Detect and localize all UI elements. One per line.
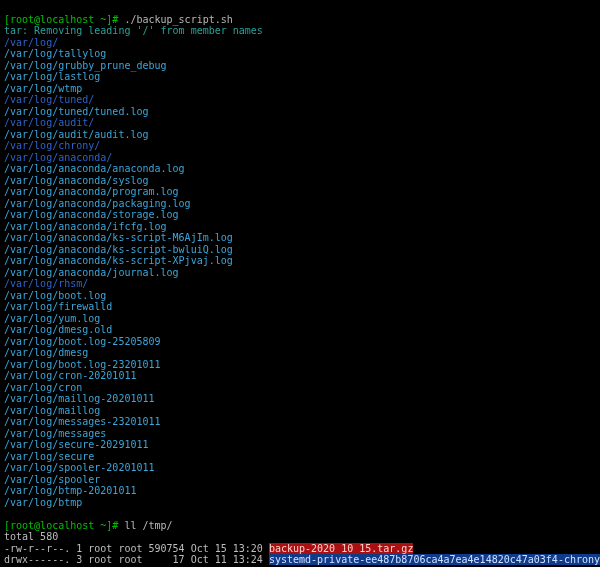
- command-text: ll /tmp/: [118, 520, 172, 531]
- tar-path: /var/log/audit/: [4, 117, 94, 128]
- tar-path: /var/log/tuned/tuned.log: [4, 106, 149, 117]
- tar-path: /var/log/yum.log: [4, 313, 100, 324]
- tar-path: /var/log/dmesg: [4, 347, 88, 358]
- tar-path: /var/log/boot.log-25205809: [4, 336, 161, 347]
- tar-path: /var/log/cron-20201011: [4, 370, 136, 381]
- terminal-output: [root@localhost ~]# ./backup_script.sh t…: [0, 0, 600, 567]
- ls-total-line: total 580: [4, 531, 58, 542]
- ls-filename: backup-2020_10_15.tar.gz: [269, 543, 414, 554]
- tar-path: /var/log/anaconda/ks-script-bwluiQ.log: [4, 244, 233, 255]
- tar-path: /var/log/wtmp: [4, 83, 82, 94]
- tar-path: /var/log/anaconda/packaging.log: [4, 198, 191, 209]
- ls-perm-col: -rw-r--r--. 1 root root 590754 Oct 15 13…: [4, 543, 269, 554]
- tar-path: /var/log/secure-20291011: [4, 439, 149, 450]
- command-text: ./backup_script.sh: [118, 14, 232, 25]
- tar-path: /var/log/anaconda/journal.log: [4, 267, 179, 278]
- tar-path: /var/log/spooler: [4, 474, 100, 485]
- tar-path: /var/log/grubby_prune_debug: [4, 60, 167, 71]
- tar-path: /var/log/spooler-20201011: [4, 462, 155, 473]
- tar-path: /var/log/messages: [4, 428, 106, 439]
- tar-path: /var/log/anaconda/ks-script-XPjvaj.log: [4, 255, 233, 266]
- tar-path: /var/log/lastlog: [4, 71, 100, 82]
- tar-path: /var/log/chrony/: [4, 140, 100, 151]
- tar-path: /var/log/anaconda/: [4, 152, 112, 163]
- tar-path: /var/log/secure: [4, 451, 94, 462]
- tar-path: /var/log/anaconda/ifcfg.log: [4, 221, 167, 232]
- tar-path: /var/log/anaconda/ks-script-M6AjIm.log: [4, 232, 233, 243]
- tar-path: /var/log/anaconda/program.log: [4, 186, 179, 197]
- tar-path: /var/log/anaconda/anaconda.log: [4, 163, 185, 174]
- tar-path: /var/log/maillog-20201011: [4, 393, 155, 404]
- tar-path: /var/log/boot.log-23201011: [4, 359, 161, 370]
- tar-path: /var/log/anaconda/storage.log: [4, 209, 179, 220]
- tar-path: /var/log/tuned/: [4, 94, 94, 105]
- tar-path: /var/log/: [4, 37, 58, 48]
- tar-path: /var/log/anaconda/syslog: [4, 175, 149, 186]
- tar-warning: tar: Removing leading '/' from member na…: [4, 25, 263, 36]
- tar-path: /var/log/firewalld: [4, 301, 112, 312]
- ls-dirname: systemd-private-ee487b8706ca4a7ea4e14820…: [269, 554, 600, 565]
- tar-path: /var/log/cron: [4, 382, 82, 393]
- tar-path: /var/log/btmp: [4, 497, 82, 508]
- tar-path: /var/log/audit/audit.log: [4, 129, 149, 140]
- tar-path: /var/log/maillog: [4, 405, 100, 416]
- shell-prompt: [root@localhost ~]#: [4, 14, 118, 25]
- tar-path: /var/log/boot.log: [4, 290, 106, 301]
- tar-path: /var/log/btmp-20201011: [4, 485, 136, 496]
- shell-prompt: [root@localhost ~]#: [4, 520, 118, 531]
- ls-perm-col: drwx------. 3 root root 17 Oct 11 13:24: [4, 554, 269, 565]
- tar-path: /var/log/messages-23201011: [4, 416, 161, 427]
- tar-path: /var/log/rhsm/: [4, 278, 88, 289]
- tar-path: /var/log/dmesg.old: [4, 324, 112, 335]
- tar-output-lines: /var/log/ /var/log/tallylog /var/log/gru…: [4, 37, 233, 508]
- tar-path: /var/log/tallylog: [4, 48, 106, 59]
